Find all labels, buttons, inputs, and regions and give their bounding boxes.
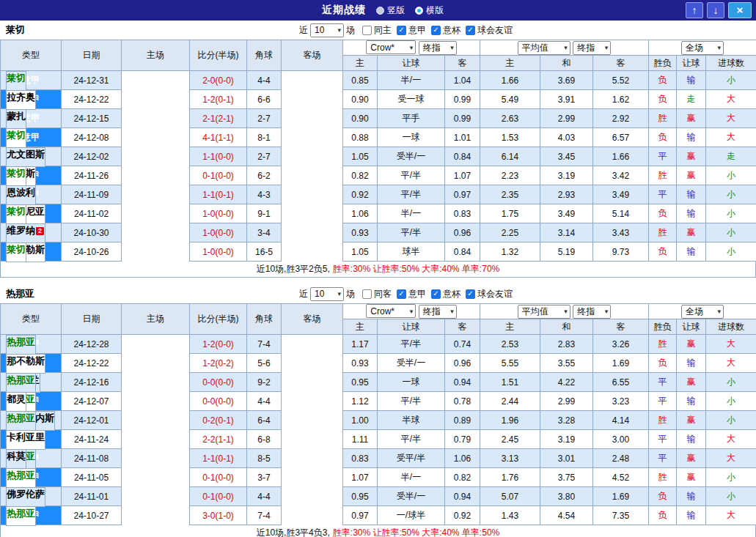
avg-away-odds-cell: 4.52 [593, 468, 649, 487]
red-card-badge: 2 [36, 227, 44, 235]
corners-cell: 6-4 [247, 411, 282, 430]
match-count-select[interactable]: 10 ▾ [310, 287, 344, 301]
checkbox-label: 同主 [374, 24, 392, 37]
match-row[interactable]: 意甲24-11-05帕尔马0-1(0-0)3-7热那亚1.07半/一0.821.… [1, 468, 756, 487]
date-cell: 24-11-24 [62, 430, 122, 449]
match-row[interactable]: 意甲24-11-26威尼斯0-1(0-0)6-2莱切0.82平/半1.072.2… [1, 166, 756, 185]
matches-label: 场 [346, 288, 355, 300]
select-value: 平均值 [522, 42, 548, 54]
match-row[interactable]: 意甲24-12-16AC米兰0-0(0-0)9-2热那亚0.95一球0.941.… [1, 373, 756, 392]
col-header-home: 主场 [122, 40, 190, 71]
average-stage-select[interactable]: 终指▾ [573, 41, 611, 55]
handicap-result-cell: 赢 [677, 411, 706, 430]
match-row[interactable]: 意甲24-10-27拉齐奥3-0(1-0)7-4热那亚0.97一/球半0.921… [1, 506, 756, 525]
avg-away-odds-cell: 1.62 [593, 90, 649, 109]
handicap-line-cell: 平/半 [378, 430, 445, 449]
score-cell: 3-0(1-0) [190, 506, 247, 525]
move-up-button[interactable]: ↑ [686, 2, 703, 18]
checkbox-label: 意甲 [408, 24, 426, 37]
filter-checkbox[interactable]: ✓球会友谊 [466, 288, 513, 300]
match-row[interactable]: 意甲24-12-011乌迪内斯0-2(0-1)6-4热那亚1.00半球0.891… [1, 411, 756, 430]
col-header-type: 类型 [1, 304, 62, 335]
filter-checkbox[interactable]: ✓意杯 [431, 24, 460, 37]
select-value: 全场 [686, 42, 703, 54]
filter-checkbox[interactable]: ✓意杯 [431, 288, 460, 300]
odds-company-select[interactable]: Crow*▾ [366, 304, 416, 318]
scope-select[interactable]: 全场▾ [681, 305, 724, 319]
avg-draw-odds-cell: 4.22 [540, 373, 593, 392]
handicap-result-cell: 输 [677, 354, 706, 373]
average-stage-select[interactable]: 终指▾ [573, 305, 611, 319]
match-row[interactable]: 意甲24-12-221莱切1-2(0-1)6-6拉齐奥0.90受一球0.995.… [1, 90, 756, 109]
average-select[interactable]: 平均值▾ [518, 305, 570, 319]
handicap-home-odds-cell: 1.00 [343, 411, 378, 430]
avg-draw-odds-cell: 3.14 [540, 223, 593, 242]
away-team-cell: 热那亚 [6, 335, 36, 355]
select-value: Crow* [370, 42, 394, 53]
filter-bar: 莱切 近 10 ▾ 场 同主✓意甲✓意杯✓球会友谊 [0, 21, 756, 40]
avg-away-odds-cell: 1.69 [593, 354, 649, 373]
match-row[interactable]: 意甲24-12-28恩波利1-2(0-0)7-4热那亚1.17平/半0.742.… [1, 335, 756, 354]
team-name-heading: 热那亚 [6, 287, 34, 300]
match-count-select[interactable]: 10 ▾ [310, 23, 344, 37]
filter-checkbox[interactable]: 同主 [362, 24, 392, 37]
match-row[interactable]: 意甲24-11-02博洛尼亚1-0(0-0)9-1莱切1.06半/一0.831.… [1, 204, 756, 223]
filter-checkbox[interactable]: ✓意甲 [397, 288, 426, 300]
match-row[interactable]: 意甲24-11-24热那亚2-2(1-1)6-8卡利亚里1.11平/半0.792… [1, 430, 756, 449]
layout-vertical-radio[interactable]: 竖版 [376, 4, 405, 17]
odds-stage-select[interactable]: 终指▾ [419, 41, 457, 55]
match-row[interactable]: 意甲24-11-08热那亚1-1(0-1)8-5科莫0.83受平/半1.063.… [1, 449, 756, 468]
result-cell: 平 [649, 373, 677, 392]
handicap-result-cell: 输 [677, 430, 706, 449]
goals-result-cell: 大 [706, 354, 756, 373]
match-row[interactable]: 意甲24-12-07热那亚0-0(0-0)4-4都灵1.12平/半0.782.4… [1, 392, 756, 411]
match-row[interactable]: 意甲24-12-22热那亚1-2(0-2)5-6那不勒斯0.93受半/一0.96… [1, 354, 756, 373]
odds-company-select[interactable]: Crow*▾ [366, 40, 416, 54]
handicap-result-cell: 输 [677, 204, 706, 223]
team-name: 莱切 [7, 130, 26, 141]
handicap-home-odds-cell: 0.93 [343, 354, 378, 373]
match-row[interactable]: 意甲24-12-31科莫2-0(0-0)4-4莱切0.85半/一1.041.66… [1, 71, 756, 90]
record-summary: 近10场,胜3平4负3,胜率:30% 让胜率:50% 大率:40% 单率:50% [0, 525, 756, 537]
select-value: Crow* [370, 306, 394, 316]
match-row[interactable]: 意甲24-12-08罗马4-1(1-1)8-1莱切0.88一球1.011.534… [1, 128, 756, 147]
match-row[interactable]: 意甲24-10-30莱切1-0(0-0)3-4维罗纳20.93平/半0.962.… [1, 223, 756, 242]
chevron-down-icon: ▾ [450, 44, 454, 51]
away-team-cell: 热那亚 [6, 506, 36, 526]
score-cell: 1-1(0-1) [190, 449, 247, 468]
match-row[interactable]: 意甲24-12-15莱切2-1(2-1)2-7蒙扎0.90平手0.992.632… [1, 109, 756, 128]
corners-cell: 6-6 [247, 90, 282, 109]
corners-cell: 7-4 [247, 335, 282, 354]
avg-away-odds-cell: 3.49 [593, 185, 649, 204]
select-value: 全场 [686, 305, 703, 318]
col-header-avg-draw: 和 [540, 319, 593, 335]
away-team-cell: 莱切 [6, 204, 26, 224]
move-down-button[interactable]: ↓ [707, 2, 724, 18]
select-value: 终指 [577, 42, 595, 54]
handicap-home-odds-cell: 0.97 [343, 506, 378, 525]
filter-checkbox[interactable]: 同客 [362, 288, 392, 300]
col-header-away: 客场 [282, 40, 343, 71]
col-header-result: 胜负 [649, 319, 677, 335]
date-cell: 24-12-07 [62, 392, 122, 411]
radio-selected-icon [415, 7, 423, 15]
match-row[interactable]: 意甲24-11-09莱切1-1(0-1)4-3恩波利0.92平/半0.972.3… [1, 185, 756, 204]
odds-stage-select[interactable]: 终指▾ [419, 305, 457, 319]
checkbox-group: 同客✓意甲✓意杯✓球会友谊 [357, 288, 513, 300]
close-button[interactable]: × [728, 2, 752, 18]
date-cell: 24-10-30 [62, 223, 122, 242]
match-row[interactable]: 意甲24-12-02莱切1-1(0-0)2-7尤文图斯1.05受半/一0.846… [1, 147, 756, 166]
result-cell: 负 [649, 242, 677, 262]
match-row[interactable]: 意甲24-10-26那不勒斯1-0(0-0)16-5莱切1.05球半0.841.… [1, 242, 756, 262]
avg-away-odds-cell: 2.92 [593, 109, 649, 128]
near-label: 近 [299, 288, 308, 300]
avg-away-odds-cell: 3.42 [593, 166, 649, 185]
filter-checkbox[interactable]: ✓球会友谊 [466, 24, 513, 37]
result-cell: 平 [649, 185, 677, 204]
filter-checkbox[interactable]: ✓意甲 [397, 24, 426, 37]
match-row[interactable]: 意甲24-11-01热那亚0-1(0-0)4-4佛罗伦萨0.95受半/一0.94… [1, 487, 756, 506]
scope-select[interactable]: 全场▾ [681, 41, 724, 55]
layout-horizontal-radio[interactable]: 横版 [415, 4, 444, 17]
date-cell: 24-12-22 [62, 354, 122, 373]
average-select[interactable]: 平均值▾ [518, 41, 570, 55]
